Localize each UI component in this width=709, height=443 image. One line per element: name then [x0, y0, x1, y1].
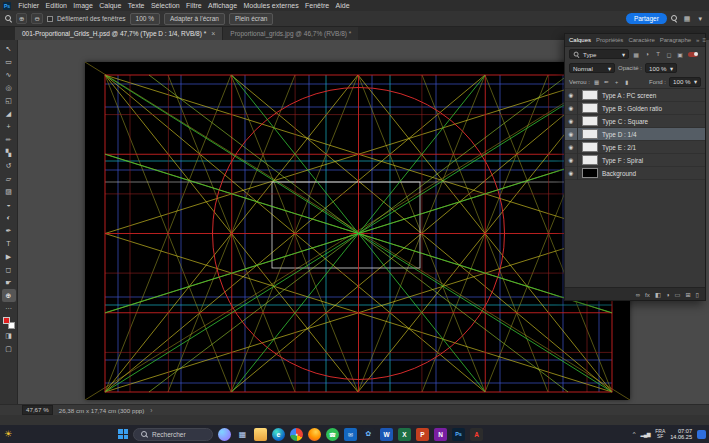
edge-icon[interactable]: e: [272, 428, 285, 441]
tray-chevron-icon[interactable]: ^: [633, 431, 636, 437]
menu-aide[interactable]: Aide: [332, 0, 352, 11]
clock[interactable]: 07:07 14.06.25: [670, 428, 692, 441]
menu-affichage[interactable]: Affichage: [205, 0, 240, 11]
status-zoom-field[interactable]: 47,67 %: [22, 405, 53, 415]
tab-inactive-document[interactable]: Proportional_grids.jpg @ 46,7% (RVB/8) *: [222, 27, 358, 40]
layer-row-type-c[interactable]: ◉ Type C : Square: [565, 115, 705, 128]
visibility-eye-icon[interactable]: ◉: [565, 89, 578, 102]
crop-tool[interactable]: ◱: [2, 94, 16, 107]
menu-filtre[interactable]: Filtre: [183, 0, 205, 11]
zoom-out-button[interactable]: ⊖: [31, 13, 42, 24]
visibility-eye-icon[interactable]: ◉: [565, 115, 578, 128]
powerpoint-icon[interactable]: P: [416, 428, 429, 441]
file-explorer-icon[interactable]: [254, 428, 267, 441]
zoom-tool[interactable]: ⊕: [2, 289, 16, 302]
eraser-tool[interactable]: ▱: [2, 172, 16, 185]
menu-fichier[interactable]: Fichier: [15, 0, 42, 11]
color-swatches[interactable]: [3, 317, 15, 329]
shape-tool[interactable]: ◻: [2, 263, 16, 276]
scroll-all-windows-checkbox[interactable]: [47, 16, 53, 22]
lock-position-icon[interactable]: +: [613, 79, 620, 85]
weather-widget[interactable]: ☀: [4, 428, 12, 440]
filter-pixel-layers-icon[interactable]: ▦: [632, 51, 640, 58]
copilot-icon[interactable]: [218, 428, 231, 441]
brush-tool[interactable]: ✏: [2, 133, 16, 146]
visibility-eye-icon[interactable]: ◉: [565, 154, 578, 167]
quick-mask-button[interactable]: ◨: [2, 329, 16, 342]
layer-group-icon[interactable]: ▭: [675, 291, 681, 298]
quick-selection-tool[interactable]: ◎: [2, 81, 16, 94]
visibility-eye-icon[interactable]: ◉: [565, 141, 578, 154]
photoshop-taskbar-icon[interactable]: Ps: [452, 428, 465, 441]
adjustment-layer-icon[interactable]: ◑: [666, 291, 670, 298]
filter-shape-layers-icon[interactable]: ◻: [665, 51, 673, 58]
layer-row-type-e[interactable]: ◉ Type E : 2/1: [565, 141, 705, 154]
menu-modules-externes[interactable]: Modules externes: [240, 0, 302, 11]
zoom-100-button[interactable]: 100 %: [130, 13, 160, 25]
word-icon[interactable]: W: [380, 428, 393, 441]
layer-filter-type-select[interactable]: Type ▾: [569, 49, 629, 59]
outlook-icon[interactable]: ✉: [344, 428, 357, 441]
history-brush-tool[interactable]: ↺: [2, 159, 16, 172]
whatsapp-icon[interactable]: ☎: [326, 428, 339, 441]
layer-row-type-b[interactable]: ◉ Type B : Golden ratio: [565, 102, 705, 115]
filter-smart-objects-icon[interactable]: ▣: [676, 51, 684, 58]
filter-adjustment-layers-icon[interactable]: ◑: [643, 51, 651, 57]
share-button[interactable]: Partager: [626, 13, 667, 24]
photos-icon[interactable]: ✿: [362, 428, 375, 441]
lock-all-icon[interactable]: ▮: [623, 79, 630, 85]
visibility-eye-icon[interactable]: ◉: [565, 167, 578, 180]
layer-row-type-f[interactable]: ◉ Type F : Spiral: [565, 154, 705, 167]
excel-icon[interactable]: X: [398, 428, 411, 441]
hand-tool[interactable]: ☛: [2, 276, 16, 289]
lock-pixels-icon[interactable]: ✏: [603, 79, 610, 85]
move-tool[interactable]: ↖: [2, 42, 16, 55]
marquee-tool[interactable]: ▭: [2, 55, 16, 68]
menu-selection[interactable]: Sélection: [148, 0, 183, 11]
layer-thumbnail[interactable]: [582, 142, 598, 152]
layer-thumbnail[interactable]: [582, 155, 598, 165]
acrobat-icon[interactable]: A: [470, 428, 483, 441]
eyedropper-tool[interactable]: ◢: [2, 107, 16, 120]
collapse-panel-icon[interactable]: »: [696, 37, 699, 43]
layer-mask-icon[interactable]: ◧: [655, 291, 661, 298]
dodge-tool[interactable]: ◐: [2, 211, 16, 224]
document-canvas[interactable]: [85, 62, 630, 400]
visibility-eye-icon[interactable]: ◉: [565, 102, 578, 115]
panel-menu-icon[interactable]: ≡: [702, 37, 706, 43]
language-indicator[interactable]: FRA SF: [655, 429, 665, 440]
visibility-eye-icon[interactable]: ◉: [565, 128, 578, 141]
blend-mode-select[interactable]: Normal ▾: [569, 63, 615, 73]
close-icon[interactable]: ×: [211, 30, 215, 37]
fit-screen-button[interactable]: Adapter à l'écran: [164, 13, 225, 25]
workspace-icon[interactable]: ▦: [682, 15, 693, 23]
tab-calques[interactable]: Calques: [569, 37, 591, 43]
healing-brush-tool[interactable]: +: [2, 120, 16, 133]
blur-tool[interactable]: ◒: [2, 198, 16, 211]
menu-fenetre[interactable]: Fenêtre: [302, 0, 333, 11]
layer-thumbnail[interactable]: [582, 90, 598, 100]
pen-tool[interactable]: ✒: [2, 224, 16, 237]
layer-filter-toggle[interactable]: [688, 52, 698, 57]
new-layer-icon[interactable]: ⊞: [685, 291, 690, 298]
chevron-down-icon[interactable]: ▾: [696, 15, 704, 23]
tab-paragraphe[interactable]: Paragraphe: [660, 37, 691, 43]
delete-layer-icon[interactable]: ▯: [696, 291, 699, 298]
link-layers-icon[interactable]: ∞: [636, 291, 640, 298]
notifications-badge[interactable]: [697, 430, 706, 439]
chrome-icon[interactable]: ●: [290, 428, 303, 441]
opacity-select[interactable]: 100 % ▾: [645, 63, 677, 73]
wifi-icon[interactable]: ▂▄▆: [640, 431, 650, 437]
layer-effects-icon[interactable]: fx: [645, 291, 650, 298]
tab-active-document[interactable]: 001-Proportional_Grids_H.psd @ 47,7% (Ty…: [15, 27, 222, 40]
firefox-icon[interactable]: [308, 428, 321, 441]
type-tool[interactable]: T: [2, 237, 16, 250]
status-menu-arrow[interactable]: ›: [150, 407, 152, 414]
menu-image[interactable]: Image: [70, 0, 96, 11]
tab-proprietes[interactable]: Propriétés: [596, 37, 623, 43]
fill-select[interactable]: 100 % ▾: [669, 77, 701, 87]
layer-thumbnail[interactable]: [582, 129, 598, 139]
more-tools-button[interactable]: ⋯: [2, 302, 16, 315]
layer-thumbnail[interactable]: [582, 168, 598, 178]
task-view-icon[interactable]: ▦: [236, 428, 249, 441]
